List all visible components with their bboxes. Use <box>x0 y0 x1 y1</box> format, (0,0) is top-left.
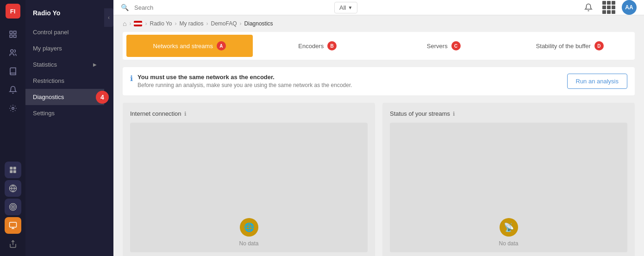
cards-area: Internet connection ℹ 🌐 No data Status o… <box>123 103 635 256</box>
grid-icon <box>602 1 615 14</box>
chevron-right-icon: ▶ <box>93 62 97 67</box>
internet-no-data-label: No data <box>239 240 258 247</box>
breadcrumb-sep-2: › <box>145 20 147 27</box>
sidebar-item-restrictions[interactable]: Restrictions <box>25 73 104 89</box>
rail-icon-app1[interactable] <box>5 162 21 178</box>
sidebar-label-control-panel: Control panel <box>33 29 69 36</box>
svg-point-12 <box>12 206 13 208</box>
rail-icon-dashboard[interactable] <box>5 26 21 43</box>
internet-connection-label: Internet connection <box>130 110 181 117</box>
sidebar-item-diagnostics[interactable]: Diagnostics 4 <box>25 89 104 105</box>
sidebar-item-statistics[interactable]: Statistics ▶ <box>25 56 104 73</box>
svg-point-4 <box>10 50 13 52</box>
rail-icon-bell[interactable] <box>5 81 21 98</box>
breadcrumb: ⌂ › › Radio Yo › My radios › DemoFAQ › D… <box>113 15 644 32</box>
info-banner-title: You must use the same network as the enc… <box>138 74 352 81</box>
rail-icon-app2[interactable] <box>5 180 21 197</box>
svg-rect-6 <box>10 167 13 169</box>
rail-icon-settings[interactable] <box>5 100 21 117</box>
sidebar: Radio Yo Control panel My players Statis… <box>25 0 104 256</box>
sidebar-badge-number: 4 <box>96 91 109 104</box>
search-filter-dropdown[interactable]: All ▼ <box>334 2 357 13</box>
stream-status-card-title: Status of your streams ℹ <box>390 110 627 117</box>
svg-point-5 <box>12 107 14 110</box>
svg-rect-2 <box>10 35 12 37</box>
rail-icon-app4[interactable] <box>5 217 21 234</box>
internet-connection-card-title: Internet connection ℹ <box>130 110 368 117</box>
tab-networks[interactable]: Networks and streams A <box>126 35 253 57</box>
info-banner-text-group: ℹ You must use the same network as the e… <box>130 74 352 88</box>
sidebar-item-settings[interactable]: Settings <box>25 105 104 121</box>
breadcrumb-my-radios[interactable]: My radios <box>180 20 204 27</box>
svg-point-13 <box>11 205 15 209</box>
sidebar-collapse-button[interactable]: ‹ <box>104 8 113 27</box>
internet-connection-card: Internet connection ℹ 🌐 No data <box>123 103 375 256</box>
svg-rect-7 <box>13 167 16 169</box>
breadcrumb-diagnostics: Diagnostics <box>244 20 273 27</box>
tab-badge-b: B <box>327 41 337 50</box>
stream-status-label: Status of your streams <box>390 110 450 117</box>
stream-status-card: Status of your streams ℹ 📡 No data <box>382 103 635 256</box>
filter-label: All <box>339 4 346 11</box>
stream-status-chart: 📡 No data <box>390 123 627 252</box>
run-analysis-button[interactable]: Run an analysis <box>567 74 628 89</box>
svg-rect-1 <box>13 31 16 33</box>
tab-badge-a: A <box>217 41 226 50</box>
tab-encoders[interactable]: Encoders B <box>255 35 381 57</box>
rail-icon-app3[interactable] <box>5 199 21 215</box>
breadcrumb-sep-1: › <box>129 20 131 27</box>
tab-badge-c: C <box>451 41 461 50</box>
tab-servers[interactable]: Servers C <box>381 35 507 57</box>
rail-icon-book[interactable] <box>5 63 21 80</box>
apps-grid-icon[interactable] <box>601 0 616 15</box>
topbar: 🔍 All ▼ AA <box>113 0 644 15</box>
tab-stability[interactable]: Stability of the buffer D <box>507 35 633 57</box>
tab-bar: Networks and streams A Encoders B Server… <box>123 32 635 60</box>
main-content: 🔍 All ▼ AA ⌂ › › Radio Yo › My radios › … <box>113 0 644 256</box>
svg-rect-9 <box>13 170 16 173</box>
sidebar-label-restrictions: Restrictions <box>33 77 64 84</box>
breadcrumb-radio-yo[interactable]: Radio Yo <box>150 20 172 27</box>
stream-no-data-label: No data <box>499 240 518 247</box>
breadcrumb-demofaq[interactable]: DemoFAQ <box>211 20 237 27</box>
sidebar-label-my-players: My players <box>33 45 62 52</box>
info-banner-text: You must use the same network as the enc… <box>138 74 352 88</box>
svg-rect-8 <box>10 170 13 173</box>
sidebar-label-diagnostics: Diagnostics <box>33 94 64 100</box>
sidebar-label-settings: Settings <box>33 110 55 117</box>
rail-icon-users[interactable] <box>5 44 21 61</box>
globe-icon: 🌐 <box>240 218 258 237</box>
user-avatar[interactable]: AA <box>622 0 637 15</box>
tab-badge-d: D <box>594 41 604 50</box>
svg-rect-3 <box>13 35 16 37</box>
svg-rect-15 <box>9 222 16 227</box>
flag-icon <box>134 21 142 26</box>
sidebar-item-control-panel[interactable]: Control panel <box>25 24 104 40</box>
breadcrumb-sep-4: › <box>206 20 208 27</box>
radio-waves-icon: 📡 <box>500 218 518 237</box>
tab-encoders-label: Encoders <box>298 43 324 50</box>
rail-icon-share[interactable] <box>5 236 21 252</box>
card-info-icon-1: ℹ <box>184 111 187 117</box>
internet-connection-chart: 🌐 No data <box>130 123 368 252</box>
info-banner: ℹ You must use the same network as the e… <box>123 67 635 95</box>
search-icon: 🔍 <box>121 4 129 11</box>
card-info-icon-2: ℹ <box>453 111 455 117</box>
home-icon[interactable]: ⌂ <box>123 20 126 27</box>
search-input[interactable] <box>134 4 329 11</box>
svg-rect-0 <box>10 31 12 33</box>
tab-servers-label: Servers <box>427 43 448 50</box>
info-circle-icon: ℹ <box>130 74 133 83</box>
tab-stability-label: Stability of the buffer <box>536 43 591 50</box>
sidebar-item-my-players[interactable]: My players <box>25 40 104 56</box>
tab-networks-label: Networks and streams <box>153 43 213 50</box>
icon-rail: FI <box>0 0 25 256</box>
notification-bell-icon[interactable] <box>581 0 596 15</box>
app-logo: FI <box>6 4 20 19</box>
info-banner-subtitle: Before running an analysis, make sure yo… <box>138 82 352 88</box>
sidebar-title: Radio Yo <box>25 6 104 24</box>
filter-chevron-icon: ▼ <box>348 5 352 10</box>
breadcrumb-sep-5: › <box>240 20 242 27</box>
sidebar-label-statistics: Statistics <box>33 61 57 68</box>
breadcrumb-sep-3: › <box>175 20 177 27</box>
